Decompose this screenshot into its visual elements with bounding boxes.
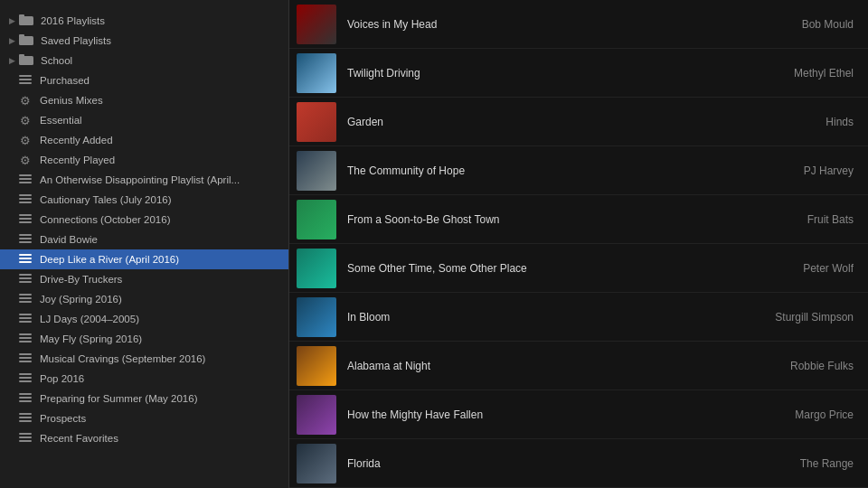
sidebar-item-2016-playlists[interactable]: ▶ 2016 Playlists [0,11,288,31]
svg-rect-14 [19,202,32,203]
svg-rect-17 [19,221,32,223]
svg-rect-13 [19,198,32,200]
track-row[interactable]: The Community of Hope PJ Harvey [289,146,868,195]
list-icon [18,412,33,426]
list-icon [18,273,33,286]
folder-icon [19,33,33,48]
svg-rect-19 [19,238,32,239]
sidebar-item-david-bowie[interactable]: David Bowie [0,230,288,249]
sidebar-item-prospects[interactable]: Prospects [0,408,288,428]
list-icon [18,174,33,187]
svg-rect-27 [19,294,32,296]
svg-rect-21 [19,254,32,256]
sidebar-header[interactable] [0,0,288,11]
sidebar-item-saved-playlists[interactable]: ▶ Saved Playlists [0,31,288,51]
sidebar-item-label: May Fly (Spring 2016) [40,333,142,344]
track-artist: Hinds [691,116,854,128]
svg-rect-25 [19,277,32,279]
sidebar-item-may-fly[interactable]: May Fly (Spring 2016) [0,329,288,349]
track-row[interactable]: From a Soon-to-Be Ghost Town Fruit Bats [289,195,868,244]
track-title: From a Soon-to-Be Ghost Town [347,213,691,226]
track-row[interactable]: Some Other Time, Some Other Place Peter … [289,244,868,293]
svg-rect-28 [19,297,32,299]
sidebar-item-label: Drive-By Truckers [40,274,122,285]
track-row[interactable]: Twilight Driving Methyl Ethel [289,49,868,98]
list-icon [18,74,33,88]
sidebar-item-musical-cravings[interactable]: Musical Cravings (September 2016) [0,349,288,369]
sidebar-item-label: 2016 Playlists [41,15,105,26]
svg-rect-43 [19,397,32,399]
svg-rect-15 [19,214,32,216]
track-row[interactable]: In Bloom Sturgill Simpson [289,293,868,342]
track-artwork [297,151,336,191]
svg-rect-48 [19,433,32,435]
sidebar-item-pop-2016[interactable]: Pop 2016 [0,369,288,389]
track-artwork [297,200,336,239]
arrow-icon: ▶ [9,16,15,25]
sidebar-item-drive-by-truckers[interactable]: Drive-By Truckers [0,269,288,289]
track-list: Voices in My Head Bob Mould Twilight Dri… [289,0,868,488]
folder-icon [19,14,33,28]
sidebar-item-label: Recently Played [40,155,115,165]
svg-rect-22 [19,258,32,259]
track-row[interactable]: Garden Hinds [289,98,868,146]
svg-rect-29 [19,301,32,303]
sidebar-items-list: ▶ 2016 Playlists▶ Saved Playlists▶ Schoo… [0,11,288,448]
sidebar-item-genius-mixes[interactable]: ⚙Genius Mixes [0,90,288,110]
sidebar-item-label: Recent Favorites [40,433,118,444]
sidebar-item-purchased[interactable]: Purchased [0,70,288,90]
svg-rect-42 [19,393,32,395]
sidebar-item-label: School [41,55,72,66]
svg-rect-3 [19,34,24,38]
track-artist: Fruit Bats [691,213,854,226]
svg-rect-32 [19,321,32,323]
sidebar-item-preparing-for-summer[interactable]: Preparing for Summer (May 2016) [0,389,288,408]
sidebar-item-label: An Otherwise Disappointing Playlist (Apr… [40,174,240,185]
sidebar-item-label: Musical Cravings (September 2016) [40,353,205,364]
sidebar-item-recent-favorites[interactable]: Recent Favorites [0,428,288,448]
list-icon [18,193,33,207]
svg-rect-37 [19,357,32,359]
track-row[interactable]: How the Mighty Have Fallen Margo Price [289,390,868,439]
arrow-icon: ▶ [9,36,15,45]
sidebar-item-cautionary-tales[interactable]: Cautionary Tales (July 2016) [0,190,288,210]
track-row[interactable]: Florida The Range [289,439,868,488]
sidebar-item-recently-played[interactable]: ⚙Recently Played [0,150,288,170]
sidebar-item-lj-days[interactable]: LJ Days (2004–2005) [0,309,288,329]
list-icon [18,432,33,446]
track-artist: PJ Harvey [691,164,854,177]
svg-rect-50 [19,440,32,442]
sidebar-item-recently-added[interactable]: ⚙Recently Added [0,130,288,150]
gear-icon: ⚙ [18,94,33,108]
svg-rect-34 [19,337,32,339]
svg-rect-5 [19,54,24,58]
track-title: Voices in My Head [347,18,691,31]
track-title: Garden [347,116,691,128]
list-icon [18,392,33,406]
sidebar-item-connections[interactable]: Connections (October 2016) [0,210,288,230]
sidebar-item-school[interactable]: ▶ School [0,51,288,70]
list-icon [18,253,33,267]
svg-rect-16 [19,218,32,220]
svg-rect-40 [19,377,32,379]
track-row[interactable]: Alabama at Night Robbie Fulks [289,342,868,390]
svg-rect-9 [19,174,32,176]
svg-rect-12 [19,194,32,196]
sidebar-item-joy-spring-2016[interactable]: Joy (Spring 2016) [0,289,288,309]
sidebar-item-label: Essential [40,115,82,126]
svg-rect-10 [19,178,32,180]
track-artist: Margo Price [691,408,854,421]
list-icon [18,293,33,306]
sidebar-item-essential[interactable]: ⚙Essential [0,110,288,130]
list-icon [18,213,33,227]
svg-rect-35 [19,341,32,343]
sidebar-item-label: Genius Mixes [40,95,103,106]
sidebar-item-deep-like-a-river[interactable]: Deep Like a River (April 2016) [0,249,288,269]
sidebar-item-an-otherwise[interactable]: An Otherwise Disappointing Playlist (Apr… [0,170,288,190]
track-artist: The Range [691,457,854,470]
sidebar-item-label: Recently Added [40,135,113,145]
svg-rect-20 [19,241,32,243]
track-row[interactable]: Voices in My Head Bob Mould [289,0,868,49]
gear-icon: ⚙ [18,154,33,167]
sidebar-item-label: Purchased [40,75,90,86]
